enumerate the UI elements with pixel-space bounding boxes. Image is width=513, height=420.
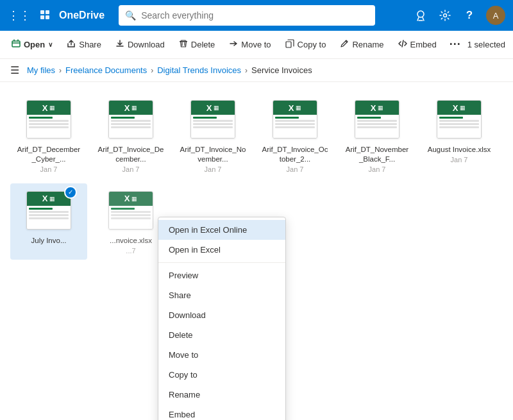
help-icon[interactable]: ? <box>462 8 477 23</box>
breadcrumb-sep-1: › <box>59 66 62 75</box>
ctx-open-excel-online-label: Open in Excel Online <box>169 225 247 235</box>
move-icon <box>229 39 238 50</box>
open-chevron: ∨ <box>48 41 53 48</box>
open-icon <box>12 39 21 50</box>
excel-icon: X▦ <box>108 100 153 139</box>
file-name: Arif_DT_December_Cyber_... <box>15 145 82 164</box>
file-date: ...7 <box>126 247 135 255</box>
list-item[interactable]: X▦ Arif_DT_December_Cyber_... Jan 7 <box>10 92 87 178</box>
ctx-rename[interactable]: Rename <box>158 385 285 405</box>
ctx-rename-label: Rename <box>169 390 200 399</box>
file-icon-wrapper: X▦ <box>269 97 321 141</box>
ctx-copy-to-label: Copy to <box>169 370 198 380</box>
commandbar: Open ∨ Share Download Delete Move to Cop… <box>0 31 513 59</box>
ctx-open-excel[interactable]: Open in Excel <box>158 240 285 260</box>
file-name: Arif_DT_November_Black_F... <box>344 145 410 164</box>
breadcrumb-my-files[interactable]: My files <box>27 65 55 75</box>
search-box[interactable]: 🔍 <box>119 5 375 26</box>
waffle-icon[interactable]: ⋮⋮ <box>8 8 31 22</box>
ctx-preview[interactable]: Preview <box>158 265 285 285</box>
file-date: Jan 7 <box>205 165 222 173</box>
file-icon-wrapper: X▦ <box>23 97 74 141</box>
embed-button[interactable]: Embed <box>392 35 443 54</box>
share-label: Share <box>79 40 101 49</box>
more-button[interactable]: ··· <box>444 34 466 55</box>
copy-to-label: Copy to <box>298 40 326 49</box>
file-icon-wrapper: X▦ <box>187 97 239 141</box>
file-date: Jan 7 <box>369 165 386 173</box>
ctx-open-excel-label: Open in Excel <box>169 245 221 255</box>
list-item[interactable]: X▦ Arif_DT_Invoice_November... Jan 7 <box>174 92 251 178</box>
ctx-copy-to[interactable]: Copy to <box>158 365 285 385</box>
copy-icon <box>285 39 294 50</box>
svg-point-5 <box>444 14 447 17</box>
rename-icon <box>340 39 349 50</box>
share-button[interactable]: Share <box>60 35 108 54</box>
reward-icon[interactable] <box>413 8 428 23</box>
ctx-share-label: Share <box>169 290 191 300</box>
file-date: Jan 7 <box>287 165 304 173</box>
open-button[interactable]: Open ∨ <box>5 35 59 54</box>
excel-icon: X▦ <box>190 100 235 139</box>
share-icon <box>67 39 76 50</box>
excel-icon: X▦ <box>108 191 153 230</box>
breadcrumb-sep-2: › <box>151 66 153 75</box>
file-name: Arif_DT_Invoice_October_2... <box>262 145 328 164</box>
breadcrumb-freelance[interactable]: Freelance Documents <box>65 65 147 75</box>
ctx-move-to-label: Move to <box>169 350 198 360</box>
breadcrumb-sep-3: › <box>245 66 248 75</box>
ctx-download-label: Download <box>169 310 206 320</box>
breadcrumb-digital-trends[interactable]: Digital Trends Invoices <box>157 65 241 75</box>
list-item[interactable]: X▦ Arif_DT_Invoice_December... Jan 7 <box>92 92 169 178</box>
search-input[interactable] <box>141 10 369 21</box>
move-to-label: Move to <box>241 40 271 49</box>
open-label: Open <box>24 40 45 49</box>
avatar[interactable]: A <box>486 6 505 25</box>
file-area: X▦ Arif_DT_December_Cyber_... Jan 7 X▦ A… <box>0 82 513 420</box>
list-item[interactable]: X▦ Arif_DT_November_Black_F... Jan 7 <box>339 92 416 178</box>
ctx-move-to[interactable]: Move to <box>158 345 285 365</box>
more-icon: ··· <box>450 38 461 51</box>
file-icon-wrapper: X▦ <box>433 97 485 141</box>
ctx-download[interactable]: Download <box>158 305 285 325</box>
ctx-separator-1 <box>158 262 285 263</box>
settings-icon[interactable] <box>437 8 453 23</box>
hamburger-button[interactable]: ☰ <box>10 62 24 79</box>
file-icon-wrapper: X▦ ✓ <box>23 189 74 232</box>
embed-label: Embed <box>410 40 437 49</box>
move-to-button[interactable]: Move to <box>223 35 277 54</box>
download-label: Download <box>128 40 165 49</box>
selected-count: 1 selected <box>467 40 505 49</box>
file-name: Arif_DT_Invoice_December... <box>97 145 164 164</box>
copy-to-button[interactable]: Copy to <box>279 35 333 54</box>
file-name: ...nvoice.xlsx <box>110 236 152 246</box>
breadcrumb-bar: ☰ My files › Freelance Documents › Digit… <box>0 59 513 82</box>
waffle-grid-icon <box>40 10 51 21</box>
ctx-delete[interactable]: Delete <box>158 325 285 345</box>
download-button[interactable]: Download <box>109 35 171 54</box>
svg-rect-0 <box>40 10 44 14</box>
file-date: Jan 7 <box>451 156 468 164</box>
rename-button[interactable]: Rename <box>333 35 390 54</box>
ctx-embed-label: Embed <box>169 410 195 419</box>
list-item[interactable]: X▦ August Invoice.xlsx Jan 7 <box>421 92 498 178</box>
svg-rect-8 <box>286 42 291 47</box>
selection-info: 1 selected ✕ <box>467 36 513 54</box>
delete-button[interactable]: Delete <box>172 35 222 54</box>
file-icon-wrapper: X▦ <box>105 189 156 232</box>
svg-rect-1 <box>46 10 49 14</box>
list-item[interactable]: X▦ Arif_DT_Invoice_October_2... Jan 7 <box>256 92 333 178</box>
svg-rect-6 <box>12 41 20 47</box>
ctx-embed[interactable]: Embed <box>158 405 285 420</box>
excel-icon: X▦ <box>355 100 399 139</box>
svg-rect-3 <box>46 15 49 19</box>
ctx-open-excel-online[interactable]: Open in Excel Online <box>158 220 285 240</box>
ctx-share[interactable]: Share <box>158 285 285 305</box>
list-item[interactable]: X▦ ✓ July Invo... <box>10 183 87 260</box>
deselect-button[interactable]: ✕ <box>510 36 513 53</box>
file-date: Jan 7 <box>40 165 58 173</box>
selected-checkmark: ✓ <box>64 186 77 199</box>
embed-icon <box>398 39 407 50</box>
file-name: Arif_DT_Invoice_November... <box>180 145 246 164</box>
breadcrumb-current: Service Invoices <box>251 65 312 75</box>
